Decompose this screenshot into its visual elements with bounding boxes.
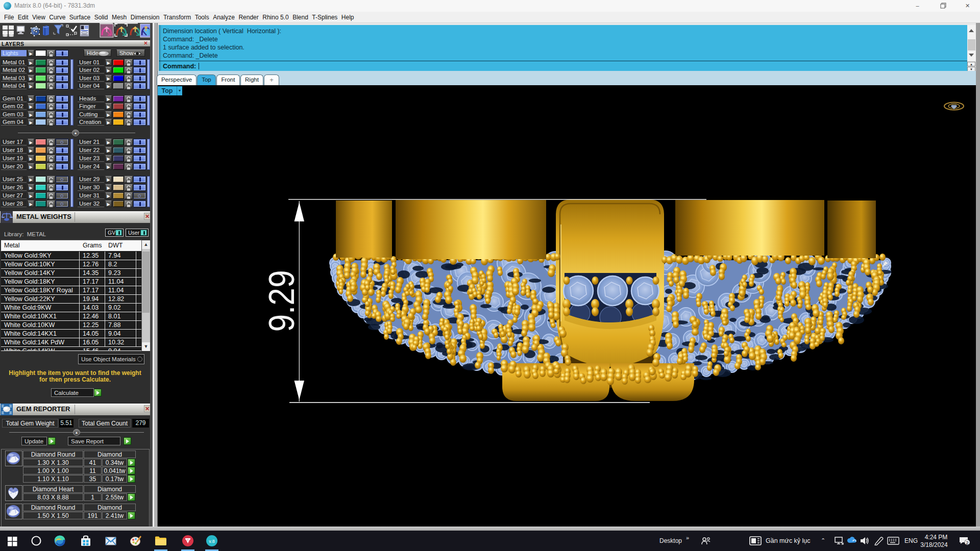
svg-text:2: 2 [966,540,968,545]
svg-text:v.8: v.8 [209,539,214,544]
svg-text:9.29: 9.29 [261,270,302,332]
